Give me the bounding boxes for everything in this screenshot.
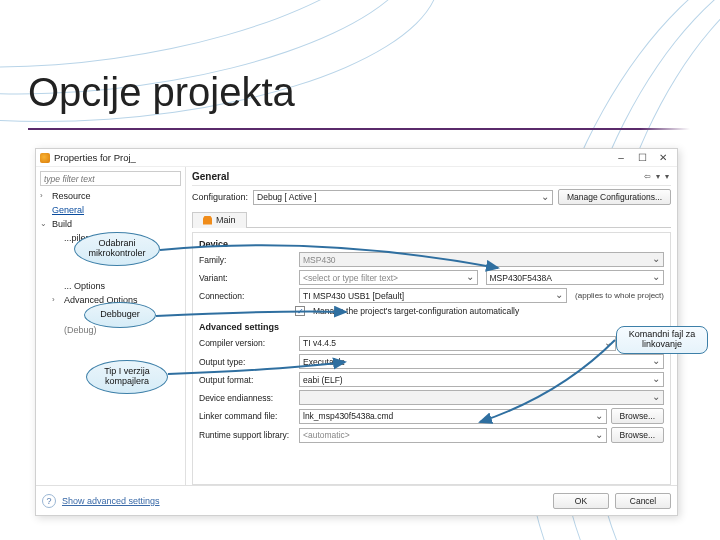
endianness-label: Device endianness:: [199, 393, 295, 403]
ok-button[interactable]: OK: [553, 493, 609, 509]
tree-options[interactable]: ... Options: [40, 279, 181, 293]
manage-targetconf-checkbox[interactable]: ✓: [295, 306, 305, 316]
compiler-label: Compiler version:: [199, 338, 295, 348]
nav-back-icon[interactable]: ⇦: [642, 172, 653, 181]
config-label: Configuration:: [192, 192, 248, 202]
tree-general[interactable]: General: [40, 203, 181, 217]
connection-value: TI MSP430 USB1 [Default]: [303, 291, 404, 301]
slide-title: Opcije projekta: [28, 70, 295, 115]
tab-main[interactable]: Main: [192, 212, 247, 228]
compiler-select[interactable]: TI v4.4.5: [299, 336, 616, 351]
family-select[interactable]: MSP430: [299, 252, 664, 267]
settings-panel: Device Family: MSP430 Variant: <select o…: [192, 232, 671, 485]
tree-resource[interactable]: ›Resource: [40, 189, 181, 203]
callout-microcontroller: Odabrani mikrokontroler: [74, 232, 160, 266]
dialog-title: Properties for Proj_: [54, 152, 610, 163]
linker-browse-button[interactable]: Browse...: [611, 408, 664, 424]
callout-compiler: Tip I verzija kompajlera: [86, 360, 168, 394]
output-format-value: eabi (ELF): [303, 375, 343, 385]
maximize-button[interactable]: ☐: [632, 151, 652, 165]
filter-input[interactable]: [40, 171, 181, 186]
variant-label: Variant:: [199, 273, 295, 283]
family-value: MSP430: [303, 255, 336, 265]
config-value: Debug [ Active ]: [257, 192, 317, 202]
close-button[interactable]: ✕: [653, 151, 673, 165]
tree-general-label: General: [52, 205, 84, 215]
linker-value: lnk_msp430f5438a.cmd: [303, 411, 393, 421]
output-format-select[interactable]: eabi (ELF): [299, 372, 664, 387]
config-select[interactable]: Debug [ Active ]: [253, 190, 553, 205]
family-label: Family:: [199, 255, 295, 265]
linker-label: Linker command file:: [199, 411, 295, 421]
runtime-value: <automatic>: [303, 430, 350, 440]
callout-linker: Komandni fajl za linkovanje: [616, 326, 708, 354]
advanced-section-title: Advanced settings: [199, 322, 664, 332]
compiler-value: TI v4.4.5: [303, 338, 336, 348]
runtime-select[interactable]: <automatic>: [299, 428, 607, 443]
connection-note: (applies to whole project): [575, 291, 664, 300]
cancel-button[interactable]: Cancel: [615, 493, 671, 509]
help-icon[interactable]: ?: [42, 494, 56, 508]
nav-buttons: ⇦ ▾ ▾: [642, 172, 671, 181]
endianness-select[interactable]: [299, 390, 664, 405]
app-icon: [40, 153, 50, 163]
output-type-select[interactable]: Executable: [299, 354, 664, 369]
tree-build-label: Build: [52, 219, 72, 229]
chip-icon: [203, 216, 212, 225]
manage-targetconf-label: Manage the project's target-configuratio…: [313, 306, 519, 316]
title-underline: [0, 128, 720, 130]
variant-filter-select[interactable]: <select or type filter text>: [299, 270, 478, 285]
variant-value: MSP430F5438A: [490, 273, 552, 283]
show-advanced-link[interactable]: Show advanced settings: [62, 496, 160, 506]
tree-resource-label: Resource: [52, 191, 91, 201]
runtime-browse-button[interactable]: Browse...: [611, 427, 664, 443]
variant-select[interactable]: MSP430F5438A: [486, 270, 665, 285]
variant-filter-value: <select or type filter text>: [303, 273, 398, 283]
tree-debug-label: (Debug): [64, 325, 97, 335]
connection-label: Connection:: [199, 291, 295, 301]
page-heading: General: [192, 171, 642, 182]
connection-select[interactable]: TI MSP430 USB1 [Default]: [299, 288, 567, 303]
callout-debugger: Debbuger: [84, 302, 156, 328]
titlebar: Properties for Proj_ – ☐ ✕: [36, 149, 677, 167]
output-format-label: Output format:: [199, 375, 295, 385]
output-type-value: Executable: [303, 357, 345, 367]
nav-fwd-icon[interactable]: ▾: [654, 172, 662, 181]
tree-options-label: ... Options: [64, 281, 105, 291]
main-pane: General ⇦ ▾ ▾ Configuration: Debug [ Act…: [186, 167, 677, 485]
manage-configs-button[interactable]: Manage Configurations...: [558, 189, 671, 205]
runtime-label: Runtime support library:: [199, 430, 295, 440]
device-section-title: Device: [199, 239, 664, 249]
nav-menu-icon[interactable]: ▾: [663, 172, 671, 181]
minimize-button[interactable]: –: [611, 151, 631, 165]
tab-main-label: Main: [216, 215, 236, 225]
output-type-label: Output type:: [199, 357, 295, 367]
properties-dialog: Properties for Proj_ – ☐ ✕ ›Resource Gen…: [35, 148, 678, 516]
linker-select[interactable]: lnk_msp430f5438a.cmd: [299, 409, 607, 424]
tree-build[interactable]: ⌄Build: [40, 217, 181, 231]
